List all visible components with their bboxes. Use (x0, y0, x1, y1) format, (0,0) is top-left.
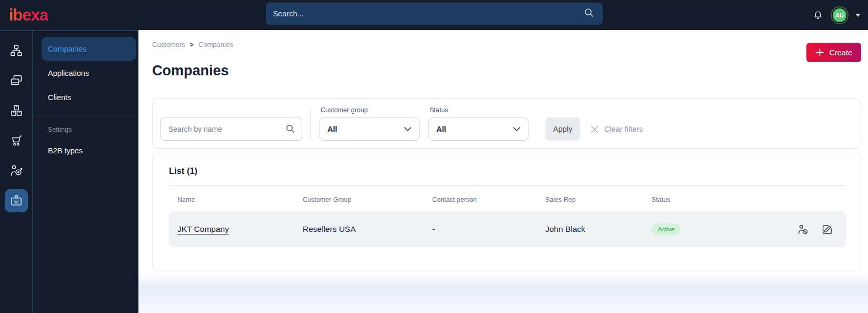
pages-icon[interactable] (5, 69, 28, 92)
apply-button[interactable]: Apply (545, 118, 580, 141)
company-name-link[interactable]: JKT Company (177, 224, 229, 233)
sidebar-item-b2b-types[interactable]: B2B types (42, 139, 136, 163)
cart-icon[interactable] (5, 129, 28, 152)
table-header: Name Customer Group Contact person Sales… (169, 196, 846, 203)
sub-navigation: Companies Applications Clients Settings … (33, 30, 138, 313)
table-row: JKT Company Resellers USA - John Black A… (169, 211, 846, 247)
search-icon (285, 124, 295, 136)
cell-customer-group: Resellers USA (303, 224, 432, 234)
plus-icon (815, 48, 824, 57)
app-window: ibexa AU (0, 0, 868, 313)
list-heading: List (1) (169, 166, 846, 176)
cell-contact-person: - (432, 224, 545, 234)
sidebar-item-clients[interactable]: Clients (42, 85, 136, 110)
status-value: All (436, 125, 446, 133)
top-bar: ibexa AU (0, 0, 868, 30)
subnav-divider (33, 115, 138, 115)
avatar[interactable]: AU (832, 7, 847, 23)
search-by-name-input[interactable] (160, 118, 302, 141)
filter-card: Customer group All Status All (152, 99, 861, 149)
breadcrumb-separator: > (190, 41, 194, 48)
status-select[interactable]: All (428, 118, 528, 141)
ibexa-logo: ibexa (9, 7, 48, 23)
column-status: Status (652, 196, 837, 203)
shell: Companies Applications Clients Settings … (0, 30, 868, 313)
status-filter: Status All (428, 106, 528, 141)
breadcrumb: Customers > Companies (152, 41, 233, 48)
personalization-icon[interactable] (5, 159, 28, 182)
chevron-down-icon (513, 124, 521, 134)
settings-section-label: Settings (42, 126, 136, 133)
customer-group-value: All (327, 125, 337, 133)
clear-filters-button[interactable]: Clear filters (590, 118, 643, 141)
cell-sales-rep: John Black (545, 224, 652, 234)
content-tree-icon[interactable] (5, 39, 28, 62)
sidebar-item-label: B2B types (48, 146, 83, 155)
customer-group-filter: Customer group All (320, 106, 420, 141)
status-badge: Active (652, 223, 681, 235)
column-customer-group: Customer Group (303, 196, 432, 203)
list-card: List (1) Name Customer Group Contact per… (152, 152, 861, 271)
edit-icon[interactable] (821, 223, 833, 236)
page-head: Customers > Companies Companies Create (152, 41, 861, 79)
chevron-down-icon (404, 124, 412, 134)
name-search (160, 118, 302, 141)
sidebar-item-label: Applications (48, 69, 89, 77)
breadcrumb-companies: Companies (198, 41, 233, 48)
topbar-right-cluster: AU (812, 7, 861, 23)
customer-group-label: Customer group (321, 106, 420, 114)
bell-icon[interactable] (812, 9, 824, 21)
caret-down-icon[interactable] (855, 14, 861, 17)
sidebar-item-label: Companies (48, 45, 86, 53)
global-search-input[interactable] (266, 3, 584, 25)
clear-filters-label: Clear filters (604, 125, 643, 133)
customer-group-select[interactable]: All (320, 118, 420, 141)
sidebar-item-applications[interactable]: Applications (42, 61, 136, 85)
page-title: Companies (152, 63, 233, 79)
close-icon (590, 125, 599, 134)
main-content: Customers > Companies Companies Create (138, 30, 868, 313)
sidebar-item-label: Clients (48, 93, 71, 102)
column-sales-rep: Sales Rep (545, 196, 652, 203)
create-button[interactable]: Create (806, 43, 861, 62)
icon-rail (0, 30, 33, 313)
deactivate-user-icon[interactable] (797, 223, 809, 236)
search-icon[interactable] (584, 7, 594, 20)
customers-badge-icon[interactable] (5, 189, 28, 212)
products-icon[interactable] (5, 99, 28, 122)
sidebar-item-companies[interactable]: Companies (42, 37, 136, 61)
list-divider (169, 185, 846, 186)
column-contact-person: Contact person (432, 196, 545, 203)
row-actions (797, 223, 837, 236)
filter-divider (310, 106, 311, 141)
global-search (266, 3, 603, 25)
breadcrumb-customers[interactable]: Customers (152, 41, 185, 48)
create-button-label: Create (829, 48, 852, 57)
status-label: Status (430, 106, 528, 114)
column-name: Name (177, 196, 303, 203)
